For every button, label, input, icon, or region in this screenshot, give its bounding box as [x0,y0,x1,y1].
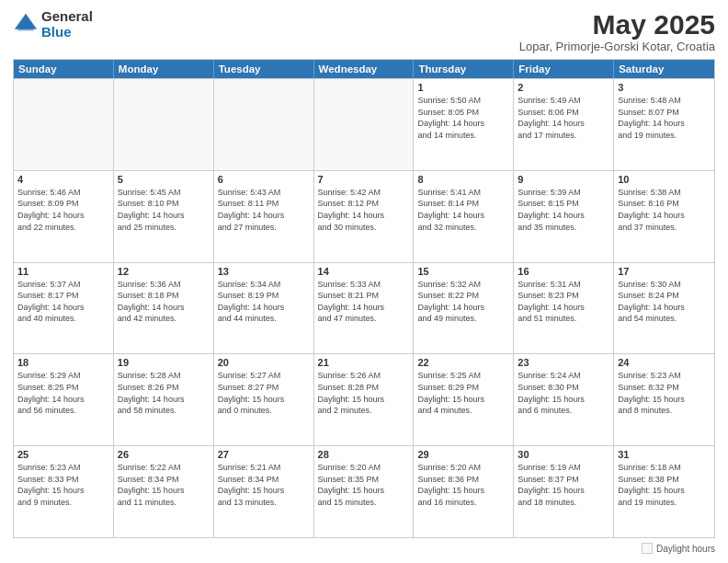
day-info: Sunrise: 5:45 AM Sunset: 8:10 PM Dayligh… [118,187,210,233]
day-number: 7 [318,174,410,185]
calendar-cell [214,79,314,170]
day-info: Sunrise: 5:18 AM Sunset: 8:38 PM Dayligh… [618,462,711,508]
day-number: 29 [417,449,509,460]
calendar-header-cell: Thursday [414,60,514,78]
day-number: 10 [618,174,711,185]
day-info: Sunrise: 5:36 AM Sunset: 8:18 PM Dayligh… [118,279,210,325]
calendar-cell: 21Sunrise: 5:26 AM Sunset: 8:28 PM Dayli… [314,354,415,445]
calendar-cell: 26Sunrise: 5:22 AM Sunset: 8:34 PM Dayli… [114,446,214,537]
calendar-header-cell: Sunday [14,60,114,78]
calendar-body: 1Sunrise: 5:50 AM Sunset: 8:05 PM Daylig… [14,78,714,537]
day-info: Sunrise: 5:25 AM Sunset: 8:29 PM Dayligh… [417,370,509,416]
calendar-cell: 14Sunrise: 5:33 AM Sunset: 8:21 PM Dayli… [314,263,415,354]
day-number: 6 [218,174,310,185]
calendar-header-cell: Wednesday [314,60,415,78]
day-number: 26 [118,449,210,460]
day-info: Sunrise: 5:32 AM Sunset: 8:22 PM Dayligh… [417,279,509,325]
subtitle: Lopar, Primorje-Gorski Kotar, Croatia [519,40,715,53]
calendar-cell [114,79,214,170]
logo: General Blue [13,9,93,40]
day-info: Sunrise: 5:43 AM Sunset: 8:11 PM Dayligh… [218,187,310,233]
day-number: 30 [518,449,609,460]
day-number: 20 [218,357,310,368]
day-info: Sunrise: 5:30 AM Sunset: 8:24 PM Dayligh… [618,279,711,325]
calendar-cell: 20Sunrise: 5:27 AM Sunset: 8:27 PM Dayli… [214,354,314,445]
day-info: Sunrise: 5:50 AM Sunset: 8:05 PM Dayligh… [417,95,509,141]
day-info: Sunrise: 5:20 AM Sunset: 8:35 PM Dayligh… [318,462,410,508]
calendar-cell: 17Sunrise: 5:30 AM Sunset: 8:24 PM Dayli… [614,263,714,354]
calendar-cell: 30Sunrise: 5:19 AM Sunset: 8:37 PM Dayli… [514,446,614,537]
day-number: 22 [417,357,509,368]
day-info: Sunrise: 5:19 AM Sunset: 8:37 PM Dayligh… [518,462,609,508]
calendar-cell [314,79,415,170]
day-info: Sunrise: 5:41 AM Sunset: 8:14 PM Dayligh… [417,187,509,233]
calendar-cell: 16Sunrise: 5:31 AM Sunset: 8:23 PM Dayli… [514,263,614,354]
calendar-cell: 31Sunrise: 5:18 AM Sunset: 8:38 PM Dayli… [614,446,714,537]
calendar-cell: 19Sunrise: 5:28 AM Sunset: 8:26 PM Dayli… [114,354,214,445]
calendar-header-cell: Friday [514,60,614,78]
day-info: Sunrise: 5:33 AM Sunset: 8:21 PM Dayligh… [318,279,410,325]
title-block: May 2025 Lopar, Primorje-Gorski Kotar, C… [519,9,715,53]
day-info: Sunrise: 5:34 AM Sunset: 8:19 PM Dayligh… [218,279,310,325]
day-info: Sunrise: 5:26 AM Sunset: 8:28 PM Dayligh… [318,370,410,416]
calendar-cell: 1Sunrise: 5:50 AM Sunset: 8:05 PM Daylig… [414,79,514,170]
calendar-cell: 15Sunrise: 5:32 AM Sunset: 8:22 PM Dayli… [414,263,514,354]
day-number: 16 [518,266,609,277]
day-number: 11 [17,266,109,277]
calendar-cell: 23Sunrise: 5:24 AM Sunset: 8:30 PM Dayli… [514,354,614,445]
day-number: 9 [518,174,609,185]
main-title: May 2025 [519,9,715,40]
calendar-week-row: 4Sunrise: 5:46 AM Sunset: 8:09 PM Daylig… [14,170,714,262]
calendar-cell: 29Sunrise: 5:20 AM Sunset: 8:36 PM Dayli… [414,446,514,537]
day-number: 27 [218,449,310,460]
day-number: 8 [417,174,509,185]
legend-box [642,543,653,554]
day-number: 3 [618,82,711,93]
day-info: Sunrise: 5:39 AM Sunset: 8:15 PM Dayligh… [518,187,609,233]
logo-icon [13,12,39,38]
day-number: 13 [218,266,310,277]
day-number: 1 [417,82,509,93]
day-number: 19 [118,357,210,368]
calendar-week-row: 25Sunrise: 5:23 AM Sunset: 8:33 PM Dayli… [14,445,714,537]
day-info: Sunrise: 5:46 AM Sunset: 8:09 PM Dayligh… [17,187,109,233]
calendar-cell: 4Sunrise: 5:46 AM Sunset: 8:09 PM Daylig… [14,171,114,262]
day-number: 31 [618,449,711,460]
day-info: Sunrise: 5:28 AM Sunset: 8:26 PM Dayligh… [118,370,210,416]
day-info: Sunrise: 5:31 AM Sunset: 8:23 PM Dayligh… [518,279,609,325]
day-info: Sunrise: 5:20 AM Sunset: 8:36 PM Dayligh… [417,462,509,508]
day-number: 2 [518,82,609,93]
calendar-cell: 6Sunrise: 5:43 AM Sunset: 8:11 PM Daylig… [214,171,314,262]
calendar-cell: 8Sunrise: 5:41 AM Sunset: 8:14 PM Daylig… [414,171,514,262]
day-number: 28 [318,449,410,460]
calendar-cell: 10Sunrise: 5:38 AM Sunset: 8:16 PM Dayli… [614,171,714,262]
legend-item-daylight: Daylight hours [642,543,715,554]
calendar-week-row: 18Sunrise: 5:29 AM Sunset: 8:25 PM Dayli… [14,353,714,445]
day-number: 12 [118,266,210,277]
calendar-cell: 7Sunrise: 5:42 AM Sunset: 8:12 PM Daylig… [314,171,415,262]
calendar-cell: 13Sunrise: 5:34 AM Sunset: 8:19 PM Dayli… [214,263,314,354]
day-info: Sunrise: 5:49 AM Sunset: 8:06 PM Dayligh… [518,95,609,141]
header: General Blue May 2025 Lopar, Primorje-Go… [13,9,715,53]
calendar-header-row: SundayMondayTuesdayWednesdayThursdayFrid… [14,60,714,78]
day-number: 25 [17,449,109,460]
calendar-header-cell: Tuesday [214,60,314,78]
day-info: Sunrise: 5:24 AM Sunset: 8:30 PM Dayligh… [518,370,609,416]
day-number: 4 [17,174,109,185]
day-info: Sunrise: 5:22 AM Sunset: 8:34 PM Dayligh… [118,462,210,508]
calendar-cell: 9Sunrise: 5:39 AM Sunset: 8:15 PM Daylig… [514,171,614,262]
calendar-header-cell: Saturday [614,60,714,78]
page: General Blue May 2025 Lopar, Primorje-Go… [0,0,728,563]
calendar-cell: 28Sunrise: 5:20 AM Sunset: 8:35 PM Dayli… [314,446,415,537]
calendar-cell: 2Sunrise: 5:49 AM Sunset: 8:06 PM Daylig… [514,79,614,170]
day-number: 24 [618,357,711,368]
calendar-header-cell: Monday [114,60,214,78]
day-info: Sunrise: 5:29 AM Sunset: 8:25 PM Dayligh… [17,370,109,416]
legend-daylight-label: Daylight hours [656,544,715,554]
day-number: 23 [518,357,609,368]
calendar-cell: 24Sunrise: 5:23 AM Sunset: 8:32 PM Dayli… [614,354,714,445]
calendar-cell: 22Sunrise: 5:25 AM Sunset: 8:29 PM Dayli… [414,354,514,445]
day-number: 18 [17,357,109,368]
day-info: Sunrise: 5:27 AM Sunset: 8:27 PM Dayligh… [218,370,310,416]
logo-general: General [41,9,93,25]
